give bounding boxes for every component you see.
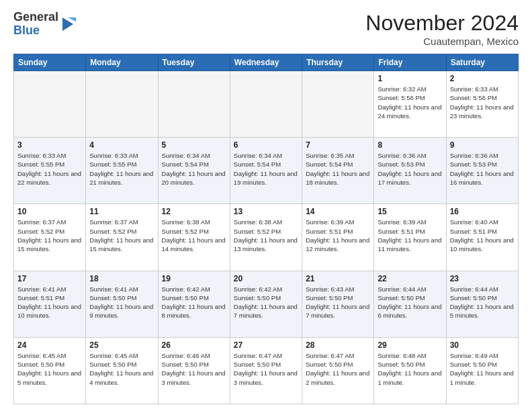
day-cell: 18Sunrise: 6:41 AM Sunset: 5:50 PM Dayli… bbox=[86, 271, 158, 337]
month-title: November 2024 bbox=[365, 11, 519, 36]
day-info: Sunrise: 6:47 AM Sunset: 5:50 PM Dayligh… bbox=[234, 351, 298, 387]
day-cell: 2Sunrise: 6:33 AM Sunset: 5:56 PM Daylig… bbox=[446, 71, 518, 138]
day-info: Sunrise: 6:45 AM Sunset: 5:50 PM Dayligh… bbox=[89, 351, 154, 387]
day-number: 25 bbox=[89, 340, 154, 350]
day-cell: 22Sunrise: 6:44 AM Sunset: 5:50 PM Dayli… bbox=[374, 271, 446, 337]
day-number: 11 bbox=[89, 207, 154, 216]
day-number: 16 bbox=[450, 207, 515, 216]
day-info: Sunrise: 6:36 AM Sunset: 5:53 PM Dayligh… bbox=[378, 151, 442, 187]
day-info: Sunrise: 6:42 AM Sunset: 5:50 PM Dayligh… bbox=[234, 285, 298, 320]
day-cell: 15Sunrise: 6:39 AM Sunset: 5:51 PM Dayli… bbox=[374, 204, 446, 271]
weekday-header-saturday: Saturday bbox=[446, 54, 518, 71]
day-cell: 11Sunrise: 6:37 AM Sunset: 5:52 PM Dayli… bbox=[86, 204, 158, 271]
day-number: 7 bbox=[306, 140, 370, 150]
day-number: 13 bbox=[234, 207, 298, 216]
week-row-3: 10Sunrise: 6:37 AM Sunset: 5:52 PM Dayli… bbox=[14, 204, 519, 271]
day-cell: 13Sunrise: 6:38 AM Sunset: 5:52 PM Dayli… bbox=[230, 204, 302, 271]
logo-blue: Blue bbox=[13, 24, 58, 38]
day-info: Sunrise: 6:34 AM Sunset: 5:54 PM Dayligh… bbox=[162, 151, 226, 187]
day-info: Sunrise: 6:33 AM Sunset: 5:55 PM Dayligh… bbox=[17, 151, 82, 187]
day-cell: 14Sunrise: 6:39 AM Sunset: 5:51 PM Dayli… bbox=[302, 204, 374, 271]
day-number: 6 bbox=[234, 140, 298, 150]
day-cell: 4Sunrise: 6:33 AM Sunset: 5:55 PM Daylig… bbox=[86, 138, 158, 204]
day-cell: 29Sunrise: 6:48 AM Sunset: 5:50 PM Dayli… bbox=[374, 337, 446, 404]
page: General Blue November 2024 Cuautempan, M… bbox=[0, 0, 532, 411]
day-info: Sunrise: 6:36 AM Sunset: 5:53 PM Dayligh… bbox=[450, 151, 515, 187]
day-info: Sunrise: 6:48 AM Sunset: 5:50 PM Dayligh… bbox=[378, 351, 442, 387]
day-info: Sunrise: 6:42 AM Sunset: 5:50 PM Dayligh… bbox=[162, 285, 226, 320]
weekday-header-friday: Friday bbox=[374, 54, 446, 71]
logo-general: General bbox=[13, 11, 58, 24]
day-cell bbox=[86, 71, 158, 138]
day-number: 21 bbox=[306, 274, 370, 283]
day-info: Sunrise: 6:33 AM Sunset: 5:56 PM Dayligh… bbox=[450, 85, 515, 120]
day-info: Sunrise: 6:34 AM Sunset: 5:54 PM Dayligh… bbox=[234, 151, 298, 187]
day-cell: 17Sunrise: 6:41 AM Sunset: 5:51 PM Dayli… bbox=[14, 271, 86, 337]
header: General Blue November 2024 Cuautempan, M… bbox=[13, 11, 519, 47]
day-number: 26 bbox=[162, 340, 226, 350]
day-info: Sunrise: 6:45 AM Sunset: 5:50 PM Dayligh… bbox=[17, 351, 82, 387]
day-cell: 10Sunrise: 6:37 AM Sunset: 5:52 PM Dayli… bbox=[14, 204, 86, 271]
day-number: 9 bbox=[450, 140, 515, 150]
day-cell: 26Sunrise: 6:46 AM Sunset: 5:50 PM Dayli… bbox=[158, 337, 230, 404]
day-number: 22 bbox=[378, 274, 442, 283]
day-info: Sunrise: 6:41 AM Sunset: 5:50 PM Dayligh… bbox=[89, 285, 154, 320]
weekday-header-row: SundayMondayTuesdayWednesdayThursdayFrid… bbox=[14, 54, 519, 71]
day-number: 3 bbox=[17, 140, 82, 150]
logo-icon bbox=[60, 15, 76, 34]
day-number: 17 bbox=[17, 274, 82, 283]
day-cell: 8Sunrise: 6:36 AM Sunset: 5:53 PM Daylig… bbox=[374, 138, 446, 204]
week-row-1: 1Sunrise: 6:32 AM Sunset: 5:56 PM Daylig… bbox=[14, 71, 519, 138]
day-info: Sunrise: 6:32 AM Sunset: 5:56 PM Dayligh… bbox=[378, 85, 442, 120]
day-cell: 28Sunrise: 6:47 AM Sunset: 5:50 PM Dayli… bbox=[302, 337, 374, 404]
day-info: Sunrise: 6:47 AM Sunset: 5:50 PM Dayligh… bbox=[306, 351, 370, 387]
day-info: Sunrise: 6:33 AM Sunset: 5:55 PM Dayligh… bbox=[89, 151, 154, 187]
day-number: 30 bbox=[450, 340, 515, 350]
day-cell: 21Sunrise: 6:43 AM Sunset: 5:50 PM Dayli… bbox=[302, 271, 374, 337]
day-cell: 27Sunrise: 6:47 AM Sunset: 5:50 PM Dayli… bbox=[230, 337, 302, 404]
day-info: Sunrise: 6:38 AM Sunset: 5:52 PM Dayligh… bbox=[234, 218, 298, 253]
week-row-2: 3Sunrise: 6:33 AM Sunset: 5:55 PM Daylig… bbox=[14, 138, 519, 204]
day-number: 10 bbox=[17, 207, 82, 216]
calendar-table: SundayMondayTuesdayWednesdayThursdayFrid… bbox=[13, 54, 519, 404]
day-cell: 25Sunrise: 6:45 AM Sunset: 5:50 PM Dayli… bbox=[86, 337, 158, 404]
day-cell: 19Sunrise: 6:42 AM Sunset: 5:50 PM Dayli… bbox=[158, 271, 230, 337]
logo: General Blue bbox=[13, 11, 76, 38]
day-number: 1 bbox=[378, 74, 442, 83]
day-cell: 24Sunrise: 6:45 AM Sunset: 5:50 PM Dayli… bbox=[14, 337, 86, 404]
day-number: 18 bbox=[89, 274, 154, 283]
weekday-header-thursday: Thursday bbox=[302, 54, 374, 71]
day-cell bbox=[14, 71, 86, 138]
week-row-4: 17Sunrise: 6:41 AM Sunset: 5:51 PM Dayli… bbox=[14, 271, 519, 337]
svg-marker-0 bbox=[62, 17, 73, 31]
day-cell: 30Sunrise: 6:49 AM Sunset: 5:50 PM Dayli… bbox=[446, 337, 518, 404]
day-cell bbox=[158, 71, 230, 138]
day-number: 12 bbox=[162, 207, 226, 216]
day-number: 24 bbox=[17, 340, 82, 350]
day-cell: 16Sunrise: 6:40 AM Sunset: 5:51 PM Dayli… bbox=[446, 204, 518, 271]
svg-marker-1 bbox=[68, 17, 76, 21]
day-number: 5 bbox=[162, 140, 226, 150]
day-cell: 3Sunrise: 6:33 AM Sunset: 5:55 PM Daylig… bbox=[14, 138, 86, 204]
day-number: 23 bbox=[450, 274, 515, 283]
day-number: 27 bbox=[234, 340, 298, 350]
day-cell: 6Sunrise: 6:34 AM Sunset: 5:54 PM Daylig… bbox=[230, 138, 302, 204]
day-info: Sunrise: 6:37 AM Sunset: 5:52 PM Dayligh… bbox=[17, 218, 82, 253]
weekday-header-monday: Monday bbox=[86, 54, 158, 71]
day-number: 20 bbox=[234, 274, 298, 283]
day-info: Sunrise: 6:44 AM Sunset: 5:50 PM Dayligh… bbox=[450, 285, 515, 320]
day-info: Sunrise: 6:43 AM Sunset: 5:50 PM Dayligh… bbox=[306, 285, 370, 320]
day-cell: 1Sunrise: 6:32 AM Sunset: 5:56 PM Daylig… bbox=[374, 71, 446, 138]
day-cell: 12Sunrise: 6:38 AM Sunset: 5:52 PM Dayli… bbox=[158, 204, 230, 271]
weekday-header-tuesday: Tuesday bbox=[158, 54, 230, 71]
weekday-header-sunday: Sunday bbox=[14, 54, 86, 71]
day-cell: 5Sunrise: 6:34 AM Sunset: 5:54 PM Daylig… bbox=[158, 138, 230, 204]
day-info: Sunrise: 6:41 AM Sunset: 5:51 PM Dayligh… bbox=[17, 285, 82, 320]
day-info: Sunrise: 6:39 AM Sunset: 5:51 PM Dayligh… bbox=[378, 218, 442, 253]
day-info: Sunrise: 6:39 AM Sunset: 5:51 PM Dayligh… bbox=[306, 218, 370, 253]
day-info: Sunrise: 6:37 AM Sunset: 5:52 PM Dayligh… bbox=[89, 218, 154, 253]
day-cell: 20Sunrise: 6:42 AM Sunset: 5:50 PM Dayli… bbox=[230, 271, 302, 337]
title-block: November 2024 Cuautempan, Mexico bbox=[365, 11, 519, 47]
day-info: Sunrise: 6:40 AM Sunset: 5:51 PM Dayligh… bbox=[450, 218, 515, 253]
day-number: 8 bbox=[378, 140, 442, 150]
